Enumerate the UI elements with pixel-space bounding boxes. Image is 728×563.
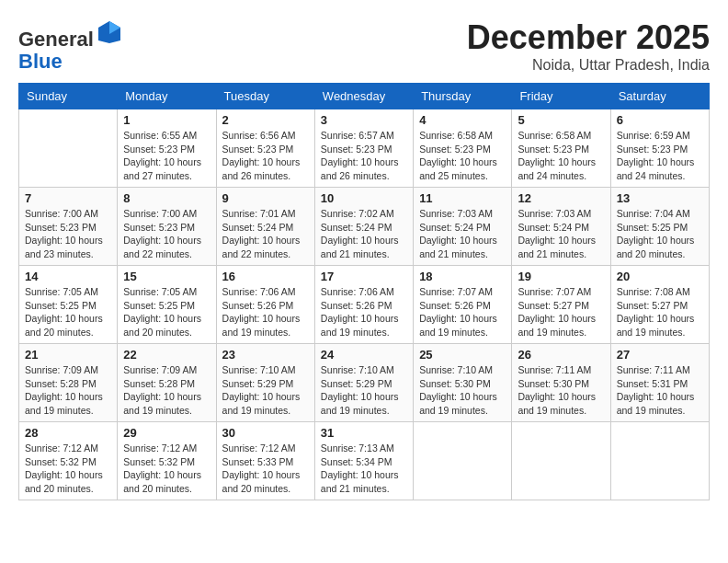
day-info: Sunrise: 7:02 AM Sunset: 5:24 PM Dayligh… — [321, 207, 407, 261]
calendar-cell: 15Sunrise: 7:05 AM Sunset: 5:25 PM Dayli… — [118, 266, 216, 344]
day-info: Sunrise: 7:11 AM Sunset: 5:31 PM Dayligh… — [617, 363, 703, 418]
weekday-header-monday: Monday — [118, 84, 216, 109]
day-number: 16 — [222, 270, 309, 283]
day-number: 7 — [25, 191, 111, 205]
weekday-header-wednesday: Wednesday — [314, 84, 413, 109]
calendar-cell — [512, 422, 610, 500]
day-info: Sunrise: 7:06 AM Sunset: 5:26 PM Dayligh… — [222, 285, 309, 339]
calendar-cell: 25Sunrise: 7:10 AM Sunset: 5:30 PM Dayli… — [414, 344, 512, 422]
day-number: 21 — [25, 348, 111, 362]
day-info: Sunrise: 7:10 AM Sunset: 5:29 PM Dayligh… — [222, 363, 309, 418]
day-number: 17 — [321, 270, 407, 283]
weekday-header-tuesday: Tuesday — [216, 84, 314, 109]
day-info: Sunrise: 7:11 AM Sunset: 5:30 PM Dayligh… — [518, 363, 604, 418]
calendar-cell: 23Sunrise: 7:10 AM Sunset: 5:29 PM Dayli… — [216, 344, 314, 422]
calendar-week-row: 1Sunrise: 6:55 AM Sunset: 5:23 PM Daylig… — [19, 109, 710, 188]
day-info: Sunrise: 7:08 AM Sunset: 5:27 PM Dayligh… — [617, 285, 703, 339]
calendar-cell: 16Sunrise: 7:06 AM Sunset: 5:26 PM Dayli… — [216, 266, 314, 344]
day-number: 26 — [518, 348, 604, 362]
day-number: 15 — [123, 270, 210, 283]
day-info: Sunrise: 7:09 AM Sunset: 5:28 PM Dayligh… — [123, 363, 210, 418]
day-number: 31 — [321, 426, 407, 440]
weekday-header-row: SundayMondayTuesdayWednesdayThursdayFrid… — [19, 84, 710, 109]
day-info: Sunrise: 7:03 AM Sunset: 5:24 PM Dayligh… — [518, 207, 604, 261]
day-info: Sunrise: 7:04 AM Sunset: 5:25 PM Dayligh… — [617, 207, 703, 261]
calendar-week-row: 21Sunrise: 7:09 AM Sunset: 5:28 PM Dayli… — [19, 344, 710, 422]
calendar-cell: 11Sunrise: 7:03 AM Sunset: 5:24 PM Dayli… — [414, 188, 512, 266]
calendar-cell — [414, 422, 512, 500]
day-info: Sunrise: 7:10 AM Sunset: 5:29 PM Dayligh… — [321, 363, 407, 418]
day-info: Sunrise: 7:12 AM Sunset: 5:32 PM Dayligh… — [25, 442, 111, 496]
day-info: Sunrise: 7:00 AM Sunset: 5:23 PM Dayligh… — [25, 207, 111, 261]
day-info: Sunrise: 7:09 AM Sunset: 5:28 PM Dayligh… — [25, 363, 111, 418]
day-info: Sunrise: 7:12 AM Sunset: 5:33 PM Dayligh… — [222, 442, 309, 496]
day-number: 14 — [25, 270, 111, 283]
day-number: 8 — [123, 191, 210, 205]
day-number: 11 — [419, 191, 506, 205]
calendar-cell: 18Sunrise: 7:07 AM Sunset: 5:26 PM Dayli… — [414, 266, 512, 344]
calendar-cell: 13Sunrise: 7:04 AM Sunset: 5:25 PM Dayli… — [610, 188, 709, 266]
calendar-cell: 1Sunrise: 6:55 AM Sunset: 5:23 PM Daylig… — [118, 109, 216, 188]
logo-general-text: General — [18, 28, 94, 51]
calendar-cell: 12Sunrise: 7:03 AM Sunset: 5:24 PM Dayli… — [512, 188, 610, 266]
calendar-cell: 5Sunrise: 6:58 AM Sunset: 5:23 PM Daylig… — [512, 109, 610, 188]
day-number: 19 — [518, 270, 604, 283]
day-info: Sunrise: 7:12 AM Sunset: 5:32 PM Dayligh… — [123, 442, 210, 496]
calendar-cell: 31Sunrise: 7:13 AM Sunset: 5:34 PM Dayli… — [314, 422, 413, 500]
page-header: General Blue December 2025 Noida, Uttar … — [18, 18, 710, 74]
weekday-header-sunday: Sunday — [19, 84, 118, 109]
weekday-header-friday: Friday — [512, 84, 610, 109]
day-number: 6 — [617, 113, 703, 127]
weekday-header-thursday: Thursday — [414, 84, 512, 109]
calendar-week-row: 14Sunrise: 7:05 AM Sunset: 5:25 PM Dayli… — [19, 266, 710, 344]
calendar-cell: 7Sunrise: 7:00 AM Sunset: 5:23 PM Daylig… — [19, 188, 118, 266]
day-info: Sunrise: 6:59 AM Sunset: 5:23 PM Dayligh… — [617, 129, 703, 183]
calendar-cell: 10Sunrise: 7:02 AM Sunset: 5:24 PM Dayli… — [314, 188, 413, 266]
month-title: December 2025 — [467, 18, 710, 57]
day-number: 13 — [617, 191, 703, 205]
day-info: Sunrise: 6:58 AM Sunset: 5:23 PM Dayligh… — [518, 129, 604, 183]
day-info: Sunrise: 7:00 AM Sunset: 5:23 PM Dayligh… — [123, 207, 210, 261]
calendar-cell — [610, 422, 709, 500]
calendar-cell: 3Sunrise: 6:57 AM Sunset: 5:23 PM Daylig… — [314, 109, 413, 188]
calendar-cell: 24Sunrise: 7:10 AM Sunset: 5:29 PM Dayli… — [314, 344, 413, 422]
calendar-cell: 2Sunrise: 6:56 AM Sunset: 5:23 PM Daylig… — [216, 109, 314, 188]
day-number: 22 — [123, 348, 210, 362]
day-info: Sunrise: 6:56 AM Sunset: 5:23 PM Dayligh… — [222, 129, 309, 183]
day-info: Sunrise: 7:05 AM Sunset: 5:25 PM Dayligh… — [25, 285, 111, 339]
calendar-cell: 19Sunrise: 7:07 AM Sunset: 5:27 PM Dayli… — [512, 266, 610, 344]
day-number: 24 — [321, 348, 407, 362]
location-text: Noida, Uttar Pradesh, India — [467, 57, 710, 74]
day-number: 2 — [222, 113, 309, 127]
calendar-cell: 17Sunrise: 7:06 AM Sunset: 5:26 PM Dayli… — [314, 266, 413, 344]
calendar-cell: 26Sunrise: 7:11 AM Sunset: 5:30 PM Dayli… — [512, 344, 610, 422]
calendar-cell: 22Sunrise: 7:09 AM Sunset: 5:28 PM Dayli… — [118, 344, 216, 422]
day-number: 29 — [123, 426, 210, 440]
weekday-header-saturday: Saturday — [610, 84, 709, 109]
day-info: Sunrise: 7:07 AM Sunset: 5:27 PM Dayligh… — [518, 285, 604, 339]
calendar-cell: 8Sunrise: 7:00 AM Sunset: 5:23 PM Daylig… — [118, 188, 216, 266]
logo-blue-text: Blue — [18, 50, 63, 73]
day-number: 1 — [123, 113, 210, 127]
calendar-cell: 27Sunrise: 7:11 AM Sunset: 5:31 PM Dayli… — [610, 344, 709, 422]
day-number: 25 — [419, 348, 506, 362]
calendar-cell: 20Sunrise: 7:08 AM Sunset: 5:27 PM Dayli… — [610, 266, 709, 344]
calendar-cell: 9Sunrise: 7:01 AM Sunset: 5:24 PM Daylig… — [216, 188, 314, 266]
day-number: 27 — [617, 348, 703, 362]
day-number: 28 — [25, 426, 111, 440]
day-info: Sunrise: 7:01 AM Sunset: 5:24 PM Dayligh… — [222, 207, 309, 261]
calendar-cell: 21Sunrise: 7:09 AM Sunset: 5:28 PM Dayli… — [19, 344, 118, 422]
day-number: 30 — [222, 426, 309, 440]
day-number: 18 — [419, 270, 506, 283]
calendar-cell: 30Sunrise: 7:12 AM Sunset: 5:33 PM Dayli… — [216, 422, 314, 500]
day-number: 20 — [617, 270, 703, 283]
calendar-cell: 28Sunrise: 7:12 AM Sunset: 5:32 PM Dayli… — [19, 422, 118, 500]
logo: General Blue — [18, 18, 123, 73]
day-info: Sunrise: 7:06 AM Sunset: 5:26 PM Dayligh… — [321, 285, 407, 339]
day-number: 23 — [222, 348, 309, 362]
day-info: Sunrise: 7:07 AM Sunset: 5:26 PM Dayligh… — [419, 285, 506, 339]
day-number: 10 — [321, 191, 407, 205]
day-info: Sunrise: 6:57 AM Sunset: 5:23 PM Dayligh… — [321, 129, 407, 183]
day-number: 9 — [222, 191, 309, 205]
day-info: Sunrise: 7:05 AM Sunset: 5:25 PM Dayligh… — [123, 285, 210, 339]
